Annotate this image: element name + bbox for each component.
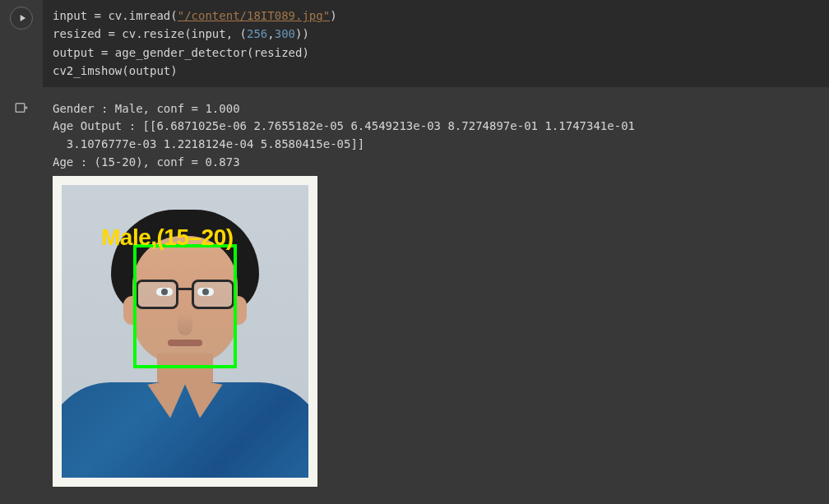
code-number: 300 <box>275 27 295 40</box>
output-gutter <box>0 94 43 494</box>
run-button[interactable] <box>10 7 33 30</box>
code-text: input = cv.imread( <box>53 9 178 22</box>
code-line-3: output = age_gender_detector(resized) <box>53 44 819 62</box>
detection-label: Male,(15–20) <box>101 220 234 255</box>
code-editor[interactable]: input = cv.imread("/content/18IT089.jpg"… <box>43 0 829 87</box>
photo-background: Male,(15–20) <box>62 185 308 478</box>
output-section: Gender : Male, conf = 1.000 Age Output :… <box>0 94 829 494</box>
code-text: , <box>267 27 274 40</box>
output-content: Gender : Male, conf = 1.000 Age Output :… <box>43 94 829 494</box>
cell-gutter <box>0 0 43 87</box>
code-line-2: resized = cv.resize(input, (256,300)) <box>53 25 819 43</box>
code-text: cv2_imshow(output) <box>53 64 178 77</box>
output-line-1: Gender : Male, conf = 1.000 <box>53 100 819 118</box>
svg-rect-0 <box>16 103 25 112</box>
output-line-3: 3.1076777e-03 1.2218124e-04 5.8580415e-0… <box>53 136 819 154</box>
output-line-2: Age Output : [[6.6871025e-06 2.7655182e-… <box>53 118 819 136</box>
code-number: 256 <box>247 27 267 40</box>
code-line-4: cv2_imshow(output) <box>53 62 819 80</box>
output-icon <box>14 100 29 494</box>
code-text: resized = cv.resize(input, ( <box>53 27 247 40</box>
output-line-4: Age : (15-20), conf = 0.873 <box>53 154 819 172</box>
code-text: output = age_gender_detector(resized) <box>53 46 309 59</box>
person-collar <box>175 377 222 421</box>
code-text: ) <box>330 9 336 22</box>
code-text: )) <box>295 27 309 40</box>
play-icon <box>16 12 28 24</box>
code-string: "/content/18IT089.jpg" <box>178 9 330 22</box>
output-image: Male,(15–20) <box>53 176 317 487</box>
code-cell: input = cv.imread("/content/18IT089.jpg"… <box>0 0 829 87</box>
face-detection-box <box>133 244 237 368</box>
code-line-1: input = cv.imread("/content/18IT089.jpg"… <box>53 7 819 25</box>
